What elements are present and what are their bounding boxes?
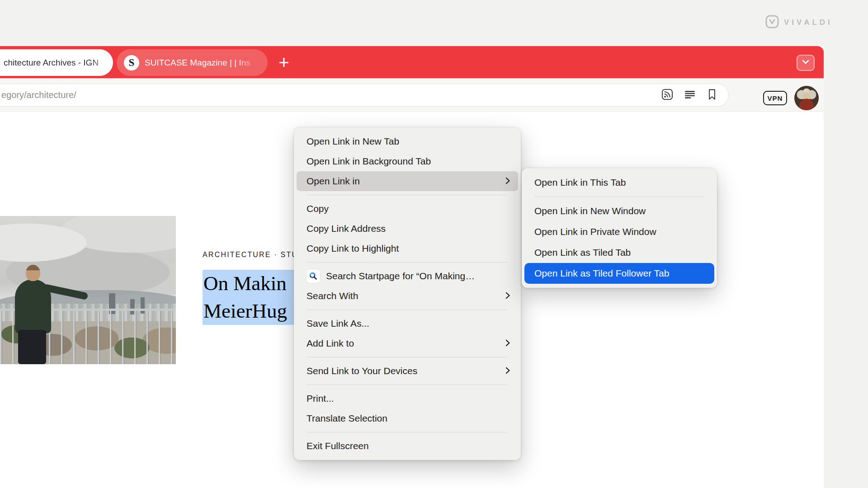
article-photo-man-overlooking-city[interactable] bbox=[0, 216, 176, 364]
desktop-background-right bbox=[824, 0, 868, 488]
address-bar-icons bbox=[661, 89, 717, 102]
headline-line-2: MeierHug bbox=[203, 297, 295, 325]
chevron-right-icon bbox=[505, 338, 510, 349]
feed-icon[interactable] bbox=[661, 89, 673, 102]
open-link-in-submenu: Open Link in This Tab Open Link in New W… bbox=[522, 168, 717, 288]
menu-item-send-link-to-your-devices[interactable]: Send Link to Your Devices bbox=[297, 361, 518, 381]
suitcase-favicon: S bbox=[124, 55, 139, 70]
address-bar[interactable]: egory/architecture/ bbox=[0, 84, 729, 107]
context-menu: Open Link in New Tab Open Link in Backgr… bbox=[294, 127, 521, 460]
menu-item-translate-selection[interactable]: Translate Selection bbox=[297, 408, 518, 428]
menu-separator bbox=[307, 195, 507, 195]
menu-separator bbox=[534, 197, 703, 197]
new-tab-button[interactable]: + bbox=[274, 52, 294, 72]
vpn-button[interactable]: VPN bbox=[763, 91, 787, 105]
article-headline-link[interactable]: On Makin MeierHug bbox=[203, 270, 295, 325]
chevron-right-icon bbox=[505, 366, 510, 376]
menu-item-exit-fullscreen[interactable]: Exit Fullscreen bbox=[297, 436, 518, 456]
tab-bar: chitecture Archives - IGN S SUITCASE Mag… bbox=[0, 46, 824, 78]
menu-item-open-link-in-background-tab[interactable]: Open Link in Background Tab bbox=[297, 151, 518, 171]
menu-item-open-link-in[interactable]: Open Link in bbox=[297, 171, 518, 191]
menu-separator bbox=[307, 357, 507, 357]
profile-avatar[interactable] bbox=[794, 86, 819, 110]
submenu-item-open-link-as-tiled-tab[interactable]: Open Link as Tiled Tab bbox=[524, 242, 714, 263]
startpage-search-icon bbox=[307, 269, 320, 283]
chevron-right-icon bbox=[505, 176, 510, 187]
tab-architecture-archives[interactable]: chitecture Archives - IGN bbox=[0, 49, 113, 76]
photo-man-legs bbox=[18, 330, 46, 364]
reader-view-icon[interactable] bbox=[684, 89, 696, 102]
toolbar: egory/architecture/ bbox=[0, 78, 824, 112]
web-page-content: ARCHITECTURE · STU On Makin MeierHug Ope… bbox=[0, 112, 824, 488]
article-category-label: ARCHITECTURE · STU bbox=[203, 251, 298, 259]
submenu-item-open-link-in-private-window[interactable]: Open Link in Private Window bbox=[524, 221, 714, 242]
brand-text: VIVALDI bbox=[784, 18, 833, 27]
menu-item-add-link-to[interactable]: Add Link to bbox=[297, 333, 518, 353]
menu-item-search-with[interactable]: Search With bbox=[297, 286, 518, 306]
menu-item-search-startpage[interactable]: Search Startpage for “On Making… bbox=[297, 266, 518, 286]
menu-item-save-link-as[interactable]: Save Link As... bbox=[297, 314, 518, 333]
menu-item-print[interactable]: Print... bbox=[297, 389, 518, 408]
tab-bar-chevron-down-button[interactable] bbox=[797, 55, 815, 71]
tab-title: SUITCASE Magazine | | Ins bbox=[145, 58, 260, 68]
vivaldi-logo-icon bbox=[765, 15, 779, 30]
chevron-right-icon bbox=[505, 291, 510, 301]
menu-item-copy-link-address[interactable]: Copy Link Address bbox=[297, 219, 518, 239]
menu-item-open-link-in-new-tab[interactable]: Open Link in New Tab bbox=[297, 131, 518, 151]
menu-item-copy-link-to-highlight[interactable]: Copy Link to Highlight bbox=[297, 239, 518, 258]
desktop-background-top bbox=[0, 0, 868, 46]
menu-separator bbox=[307, 385, 507, 385]
tab-suitcase-magazine[interactable]: S SUITCASE Magazine | | Ins bbox=[117, 49, 268, 76]
bookmark-icon[interactable] bbox=[707, 89, 717, 102]
menu-separator bbox=[307, 262, 507, 263]
tab-title: chitecture Archives - IGN bbox=[4, 58, 113, 68]
menu-separator bbox=[307, 310, 507, 310]
address-url-text: egory/architecture/ bbox=[1, 90, 661, 100]
menu-separator bbox=[307, 432, 507, 432]
submenu-item-open-link-in-this-tab[interactable]: Open Link in This Tab bbox=[524, 172, 714, 193]
submenu-item-open-link-as-tiled-follower-tab[interactable]: Open Link as Tiled Follower Tab bbox=[524, 263, 714, 284]
chevron-down-icon bbox=[801, 59, 810, 67]
menu-item-copy[interactable]: Copy bbox=[297, 199, 518, 219]
vivaldi-wallpaper-logo: VIVALDI bbox=[765, 15, 833, 30]
submenu-item-open-link-in-new-window[interactable]: Open Link in New Window bbox=[524, 201, 714, 221]
headline-line-1: On Makin bbox=[203, 270, 295, 297]
photo-man-head bbox=[26, 265, 40, 281]
